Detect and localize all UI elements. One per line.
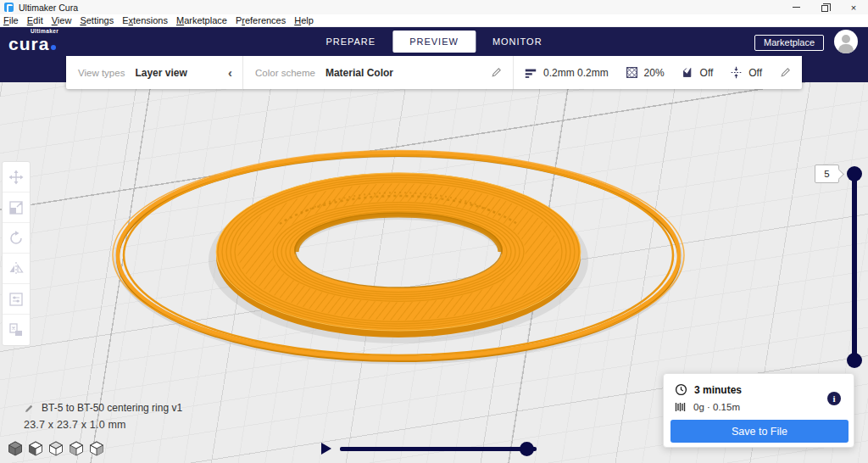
stage-tabs: PREPARE PREVIEW MONITOR [312, 27, 555, 56]
color-scheme-label: Color scheme [255, 68, 315, 78]
tool-sidebar [2, 161, 31, 346]
brand-dot [51, 45, 56, 50]
view-type-value: Layer view [135, 67, 186, 79]
material-spool-icon [675, 401, 687, 413]
camera-view-presets [7, 440, 104, 456]
edit-settings-pencil-icon[interactable] [779, 66, 792, 79]
rotate-icon [8, 230, 25, 247]
menu-bar: FileEditViewSettingsExtensionsMarketplac… [0, 14, 868, 27]
menu-item-view[interactable]: View [47, 15, 76, 25]
maximize-button[interactable] [810, 0, 839, 14]
play-icon[interactable] [321, 443, 331, 455]
view-right-button[interactable] [88, 440, 104, 456]
layer-height-value: 0.2mm 0.2mm [543, 67, 609, 79]
layer-height-icon [524, 66, 537, 80]
view-top-button[interactable] [47, 440, 64, 456]
scale-icon [8, 199, 25, 216]
layer-slider-track[interactable] [852, 174, 857, 360]
infill-value: 20% [644, 67, 665, 79]
info-icon[interactable]: i [827, 392, 841, 405]
tab-prepare[interactable]: PREPARE [312, 31, 389, 53]
path-slider-track[interactable] [340, 447, 537, 451]
view-3d-button[interactable] [7, 440, 23, 456]
adhesion-icon [730, 66, 743, 79]
restore-icon [821, 5, 828, 12]
menu-item-preferences[interactable]: Preferences [231, 15, 290, 25]
infill-setting[interactable]: 20% [626, 66, 665, 79]
chevron-left-icon[interactable]: ‹ [228, 65, 232, 80]
per-model-settings-tool-button[interactable] [3, 284, 30, 315]
adhesion-value: Off [748, 67, 762, 79]
view-front-button[interactable] [27, 440, 43, 456]
infill-icon [626, 66, 638, 79]
scale-tool-button[interactable] [3, 192, 30, 223]
view-left-button[interactable] [68, 440, 84, 456]
save-to-file-button[interactable]: Save to File [670, 420, 849, 443]
window-title: Ultimaker Cura [19, 3, 78, 13]
layer-number-label: 5 [815, 165, 839, 183]
cura-app-icon [4, 3, 14, 12]
move-tool-button[interactable] [3, 162, 30, 192]
close-button[interactable]: × [839, 0, 868, 14]
model-name[interactable]: BT-5 to BT-50 centering ring v1 [42, 402, 182, 414]
material-estimate: 0g · 0.15m [693, 402, 740, 412]
cura-window: Ultimaker Cura × FileEditViewSettingsExt… [0, 0, 868, 463]
support-value: Off [700, 67, 714, 79]
layer-height-setting[interactable]: 0.2mm 0.2mm [524, 66, 609, 80]
menu-item-file[interactable]: File [0, 15, 23, 25]
support-blocker-icon [8, 321, 25, 338]
close-icon: × [851, 3, 856, 13]
layer-slider-bottom-handle[interactable] [847, 353, 862, 368]
brand-cura-label: cura [8, 35, 49, 53]
main-header: Ultimaker cura PREPARE PREVIEW MONITOR M… [0, 27, 868, 56]
clock-icon [675, 383, 687, 396]
tab-preview[interactable]: PREVIEW [392, 31, 476, 53]
cura-logo: Ultimaker cura [8, 29, 58, 53]
preview-toolbar: View types Layer view ‹ Color scheme Mat… [66, 56, 802, 89]
print-settings-summary[interactable]: 0.2mm 0.2mm 20% Off Off [514, 56, 802, 89]
cube-3d-icon [8, 441, 23, 456]
menu-item-marketplace[interactable]: Marketplace [172, 15, 231, 25]
adhesion-setting[interactable]: Off [730, 66, 762, 79]
title-bar: Ultimaker Cura × [0, 0, 868, 14]
model-dimensions: 23.7 x 23.7 x 1.0 mm [24, 419, 182, 431]
menu-item-help[interactable]: Help [290, 15, 318, 25]
account-avatar[interactable] [834, 30, 858, 53]
mirror-tool-button[interactable] [3, 254, 30, 284]
marketplace-button[interactable]: Marketplace [754, 35, 824, 51]
support-icon [682, 66, 694, 79]
print-time-estimate: 3 minutes [694, 384, 742, 396]
cube-left-icon [69, 441, 84, 456]
path-slider-handle[interactable] [520, 442, 534, 456]
view-type-selector[interactable]: View types Layer view ‹ [66, 56, 242, 89]
view-types-label: View types [78, 68, 125, 78]
support-setting[interactable]: Off [682, 66, 714, 79]
print-job-panel: 3 minutes 0g · 0.15m i Save to File [663, 373, 854, 448]
menu-item-settings[interactable]: Settings [75, 15, 118, 25]
model-info-block: BT-5 to BT-50 centering ring v1 23.7 x 2… [24, 402, 182, 431]
minimize-icon [793, 7, 800, 8]
menu-item-extensions[interactable]: Extensions [118, 15, 172, 25]
move-icon [8, 169, 25, 186]
support-blocker-tool-button[interactable] [3, 315, 30, 345]
cube-right-icon [89, 441, 104, 456]
avatar-person-icon [842, 35, 850, 43]
rename-pencil-icon[interactable] [24, 403, 35, 414]
menu-item-edit[interactable]: Edit [23, 15, 47, 25]
cube-top-icon [48, 441, 64, 456]
rotate-tool-button[interactable] [3, 223, 30, 254]
color-scheme-selector[interactable]: Color scheme Material Color [243, 56, 513, 89]
minimize-button[interactable] [782, 0, 810, 14]
mirror-icon [8, 260, 25, 277]
layer-slider-top-handle[interactable] [847, 166, 862, 181]
edit-pencil-icon[interactable] [490, 66, 503, 79]
color-scheme-value: Material Color [326, 67, 393, 79]
tab-monitor[interactable]: MONITOR [479, 31, 556, 53]
cube-front-icon [28, 441, 43, 456]
per-model-settings-icon [8, 291, 25, 308]
